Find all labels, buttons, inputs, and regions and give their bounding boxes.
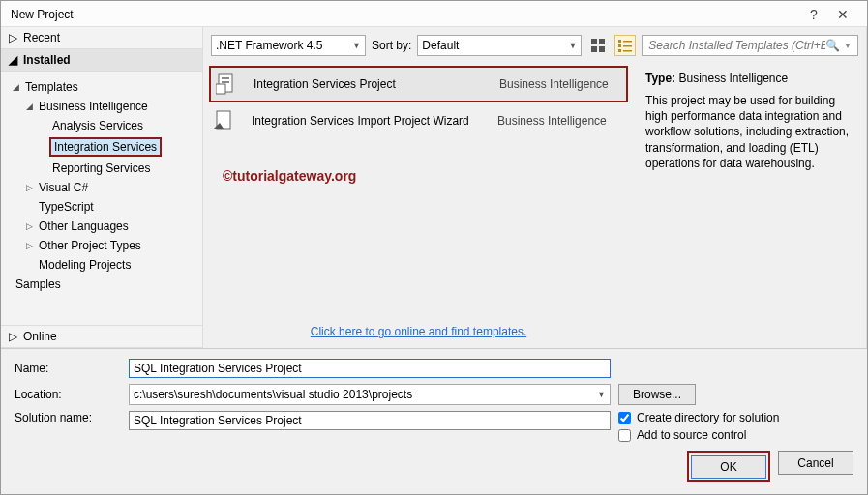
ok-button[interactable]: OK — [691, 455, 766, 479]
chevron-right-icon: ▷ — [24, 221, 34, 231]
templates-list: Integration Services Project Business In… — [203, 62, 634, 348]
chevron-down-icon: ▼ — [352, 41, 361, 50]
svg-rect-3 — [599, 46, 605, 52]
search-input[interactable] — [648, 39, 825, 52]
svg-rect-2 — [591, 46, 597, 52]
sortby-value: Default — [422, 39, 459, 52]
tree-typescript[interactable]: TypeScript — [9, 197, 202, 217]
create-dir-label: Create directory for solution — [637, 411, 779, 424]
template-category: Business Intelligence — [499, 77, 609, 91]
svg-rect-1 — [599, 39, 605, 44]
ok-highlight: OK — [687, 451, 770, 482]
add-source-control-option[interactable]: Add to source control — [618, 428, 779, 442]
search-icon: 🔍 — [825, 39, 840, 52]
details-panel: Type: Business Intelligence This project… — [634, 62, 866, 348]
dialog-buttons: OK Cancel — [15, 451, 853, 482]
svg-rect-4 — [618, 40, 621, 43]
add-source-control-checkbox[interactable] — [618, 429, 631, 442]
chevron-right-icon: ▷ — [9, 330, 17, 343]
tree-other-languages[interactable]: ▷ Other Languages — [9, 217, 202, 236]
svg-rect-9 — [623, 50, 632, 52]
sortby-label: Sort by: — [372, 39, 411, 52]
create-dir-checkbox[interactable] — [618, 412, 631, 424]
details-type-value: Business Intelligence — [678, 72, 788, 85]
watermark: ©tutorialgateway.org — [223, 168, 356, 184]
location-dropdown[interactable]: c:\users\suresh\documents\visual studio … — [129, 384, 611, 405]
name-label: Name: — [15, 362, 121, 375]
details-description: This project may be used for building hi… — [645, 93, 854, 171]
template-row[interactable]: Integration Services Import Project Wiza… — [203, 102, 634, 139]
window-title: New Project — [11, 8, 799, 21]
chevron-right-icon: ▷ — [24, 241, 34, 250]
svg-rect-13 — [216, 84, 225, 94]
template-name: Integration Services Project — [254, 77, 486, 91]
create-dir-option[interactable]: Create directory for solution — [618, 411, 779, 424]
tree-bi-reporting[interactable]: Reporting Services — [9, 159, 202, 178]
chevron-down-icon: ◢ — [9, 53, 17, 67]
details-type-label: Type: — [645, 72, 675, 85]
tree-templates[interactable]: ◢ Templates — [9, 77, 202, 97]
main-area: ▷ Recent ◢ Installed ◢ Templates ◢ Busin… — [1, 27, 867, 348]
toolbar: .NET Framework 4.5 ▼ Sort by: Default ▼ … — [203, 27, 866, 62]
search-box[interactable]: 🔍 ▼ — [642, 35, 858, 56]
templates-tree: ◢ Templates ◢ Business Intelligence Anal… — [1, 72, 202, 325]
name-input[interactable] — [129, 359, 611, 378]
solution-name-input[interactable] — [129, 411, 611, 430]
center-panel: .NET Framework 4.5 ▼ Sort by: Default ▼ … — [202, 27, 867, 348]
svg-rect-7 — [623, 45, 632, 47]
go-online-link[interactable]: Click here to go online and find templat… — [311, 325, 526, 338]
go-online-row: Click here to go online and find templat… — [203, 315, 634, 348]
sortby-dropdown[interactable]: Default ▼ — [417, 35, 582, 56]
project-icon — [215, 72, 240, 97]
close-icon[interactable]: ✕ — [828, 7, 857, 22]
tree-samples[interactable]: Samples — [9, 275, 202, 294]
svg-rect-11 — [222, 77, 229, 79]
help-icon[interactable]: ? — [799, 7, 828, 22]
solution-name-label: Solution name: — [15, 411, 121, 424]
tree-modeling-projects[interactable]: Modeling Projects — [9, 255, 202, 275]
framework-value: .NET Framework 4.5 — [216, 39, 322, 52]
sidebar-installed[interactable]: ◢ Installed — [1, 49, 202, 72]
tree-visual-csharp[interactable]: ▷ Visual C# — [9, 178, 202, 197]
chevron-down-icon: ◢ — [11, 82, 20, 92]
template-name: Integration Services Import Project Wiza… — [252, 114, 484, 128]
browse-button[interactable]: Browse... — [618, 384, 696, 405]
chevron-right-icon: ▷ — [9, 31, 17, 44]
sidebar-online[interactable]: ▷ Online — [1, 325, 202, 348]
template-category: Business Intelligence — [497, 114, 607, 128]
framework-dropdown[interactable]: .NET Framework 4.5 ▼ — [211, 35, 366, 56]
svg-rect-8 — [618, 49, 621, 52]
tree-other-project-types[interactable]: ▷ Other Project Types — [9, 236, 202, 255]
import-wizard-icon — [213, 108, 238, 133]
chevron-right-icon: ▷ — [24, 183, 34, 192]
location-value: c:\users\suresh\documents\visual studio … — [134, 388, 412, 401]
sidebar: ▷ Recent ◢ Installed ◢ Templates ◢ Busin… — [1, 27, 202, 348]
tree-bi-analysis[interactable]: Analysis Services — [9, 116, 202, 135]
svg-rect-12 — [222, 81, 229, 83]
sidebar-recent[interactable]: ▷ Recent — [1, 27, 202, 49]
svg-rect-5 — [623, 41, 632, 43]
chevron-down-icon: ▼ — [597, 390, 606, 399]
search-dropdown-icon[interactable]: ▼ — [844, 42, 852, 50]
svg-rect-6 — [618, 44, 621, 47]
svg-rect-0 — [591, 39, 597, 44]
details-type: Type: Business Intelligence — [645, 72, 854, 85]
bottom-form: Name: Location: c:\users\suresh\document… — [1, 348, 867, 494]
sidebar-recent-label: Recent — [23, 31, 60, 44]
cancel-button[interactable]: Cancel — [778, 451, 853, 475]
template-row[interactable]: Integration Services Project Business In… — [209, 66, 628, 102]
options-group: Create directory for solution Add to sou… — [618, 411, 779, 446]
sidebar-online-label: Online — [23, 330, 57, 343]
tree-bi[interactable]: ◢ Business Intelligence — [9, 97, 202, 116]
tree-bi-integration[interactable]: Integration Services — [9, 135, 202, 159]
chevron-down-icon: ◢ — [24, 102, 34, 111]
add-source-control-label: Add to source control — [637, 428, 746, 442]
location-label: Location: — [15, 388, 121, 401]
view-tiles-icon[interactable] — [587, 35, 609, 56]
view-list-icon[interactable] — [614, 35, 636, 56]
chevron-down-icon: ▼ — [568, 41, 577, 50]
titlebar: New Project ? ✕ — [1, 1, 867, 27]
sidebar-installed-label: Installed — [23, 53, 71, 67]
